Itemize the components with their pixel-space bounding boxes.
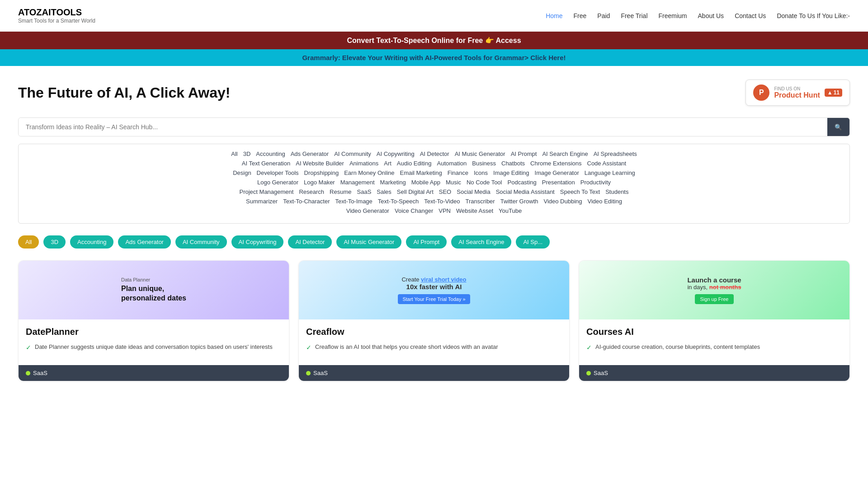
- category-tag[interactable]: Video Editing: [588, 198, 622, 205]
- category-tag[interactable]: Video Generator: [346, 207, 389, 214]
- nav-contact[interactable]: Contact Us: [735, 12, 766, 19]
- category-tag[interactable]: Art: [384, 160, 392, 167]
- search-input[interactable]: [19, 118, 827, 136]
- category-tag[interactable]: Automation: [437, 160, 467, 167]
- category-tag[interactable]: Image Editing: [493, 169, 529, 176]
- banner-tts[interactable]: Convert Text-To-Speech Online for Free 👉…: [0, 32, 868, 49]
- category-tag[interactable]: AI Prompt: [511, 150, 537, 157]
- nav-paid[interactable]: Paid: [597, 12, 610, 19]
- category-tag[interactable]: Summarizer: [246, 198, 278, 205]
- category-tag[interactable]: Logo Generator: [257, 179, 298, 186]
- category-tag[interactable]: Text-To-Image: [335, 198, 372, 205]
- filter-pill[interactable]: 3D: [43, 235, 66, 249]
- category-tag[interactable]: Social Media: [457, 188, 490, 195]
- category-tag[interactable]: Audio Editing: [397, 160, 432, 167]
- category-tag[interactable]: Email Marketing: [400, 169, 442, 176]
- category-tag[interactable]: Podcasting: [508, 179, 537, 186]
- filter-pill[interactable]: Accounting: [70, 235, 113, 249]
- category-tag[interactable]: Presentation: [542, 179, 575, 186]
- search-button[interactable]: 🔍: [827, 118, 849, 136]
- card-title[interactable]: Creaflow: [306, 327, 562, 337]
- category-tag[interactable]: Business: [472, 160, 496, 167]
- category-tag[interactable]: Finance: [448, 169, 468, 176]
- category-tag[interactable]: Video Dubbing: [543, 198, 582, 205]
- category-tag[interactable]: Resume: [330, 188, 351, 195]
- category-tag[interactable]: 3D: [243, 150, 251, 157]
- logo-title[interactable]: ATOZAITOOLS: [18, 7, 95, 18]
- category-tag[interactable]: Text-To-Character: [283, 198, 330, 205]
- category-tag[interactable]: Chatbots: [501, 160, 525, 167]
- category-tag[interactable]: Code Assistant: [587, 160, 627, 167]
- category-tag[interactable]: Research: [299, 188, 324, 195]
- filter-pill[interactable]: AI Community: [175, 235, 227, 249]
- category-tag[interactable]: Chrome Extensions: [530, 160, 581, 167]
- product-hunt-badge[interactable]: P FIND US ON Product Hunt ▲ 11: [745, 80, 850, 106]
- nav-home[interactable]: Home: [546, 12, 562, 19]
- category-tag[interactable]: Website Asset: [456, 207, 493, 214]
- category-tag[interactable]: No Code Tool: [467, 179, 502, 186]
- card-tag[interactable]: SaaS: [579, 365, 849, 381]
- category-tag[interactable]: YouTube: [499, 207, 522, 214]
- category-tag[interactable]: Music: [446, 179, 461, 186]
- category-tag[interactable]: Productivity: [580, 179, 611, 186]
- nav-free[interactable]: Free: [574, 12, 587, 19]
- nav-about[interactable]: About Us: [698, 12, 724, 19]
- banner-grammarly[interactable]: Grammarly: Elevate Your Writing with AI-…: [0, 49, 868, 66]
- category-tag[interactable]: Social Media Assistant: [496, 188, 555, 195]
- filter-pill[interactable]: AI Search Engine: [451, 235, 511, 249]
- category-tag[interactable]: Marketing: [380, 179, 406, 186]
- filter-pill[interactable]: AI Sp...: [516, 235, 550, 249]
- category-tag[interactable]: Developer Tools: [257, 169, 299, 176]
- nav-donate[interactable]: Donate To Us If You Like:-: [777, 12, 850, 19]
- category-tag[interactable]: Sell Digital Art: [397, 188, 434, 195]
- nav-free-trial[interactable]: Free Trial: [621, 12, 647, 19]
- category-tag[interactable]: Management: [340, 179, 375, 186]
- category-tag[interactable]: Text-To-Video: [424, 198, 460, 205]
- filter-pill[interactable]: AI Prompt: [406, 235, 447, 249]
- category-tag[interactable]: AI Website Builder: [296, 160, 344, 167]
- category-tag[interactable]: SEO: [439, 188, 451, 195]
- category-tag[interactable]: Logo Maker: [304, 179, 335, 186]
- filter-pill[interactable]: All: [18, 235, 39, 249]
- category-tag[interactable]: AI Text Generation: [242, 160, 290, 167]
- category-tag[interactable]: AI Detector: [420, 150, 449, 157]
- category-tag[interactable]: Speech To Text: [560, 188, 600, 195]
- category-tag[interactable]: Voice Changer: [395, 207, 433, 214]
- cards-area: Data PlannerPlan unique,personalized dat…: [0, 253, 868, 389]
- category-tag[interactable]: Students: [605, 188, 628, 195]
- category-tag[interactable]: Design: [233, 169, 251, 176]
- card-title[interactable]: DatePlanner: [26, 327, 282, 337]
- category-tag[interactable]: Twitter Growth: [500, 198, 538, 205]
- product-hunt-icon: P: [753, 84, 769, 101]
- category-tag[interactable]: AI Music Generator: [455, 150, 505, 157]
- category-tag[interactable]: Dropshipping: [304, 169, 339, 176]
- category-tag[interactable]: Animations: [349, 160, 378, 167]
- category-tag[interactable]: Project Management: [239, 188, 293, 195]
- category-tag[interactable]: Text-To-Speech: [378, 198, 419, 205]
- filter-pill[interactable]: AI Copywriting: [231, 235, 284, 249]
- category-tag[interactable]: SaaS: [357, 188, 372, 195]
- tool-card: Launch a coursein days, not monthsSign u…: [579, 260, 850, 381]
- category-tag[interactable]: AI Community: [334, 150, 371, 157]
- category-tag[interactable]: VPN: [439, 207, 451, 214]
- filter-pill[interactable]: Ads Generator: [118, 235, 171, 249]
- card-tag[interactable]: SaaS: [299, 365, 569, 381]
- category-tag[interactable]: Image Generator: [535, 169, 579, 176]
- category-tag[interactable]: AI Copywriting: [377, 150, 415, 157]
- nav-freemium[interactable]: Freemium: [659, 12, 687, 19]
- category-tag[interactable]: Icons: [474, 169, 488, 176]
- category-tag[interactable]: Sales: [377, 188, 392, 195]
- card-title[interactable]: Courses AI: [586, 327, 842, 337]
- category-tag[interactable]: AI Spreadsheets: [594, 150, 637, 157]
- category-tag[interactable]: Ads Generator: [291, 150, 329, 157]
- filter-pill[interactable]: AI Detector: [288, 235, 332, 249]
- category-tag[interactable]: Mobile App: [411, 179, 440, 186]
- category-tag[interactable]: Language Learning: [585, 169, 635, 176]
- category-tag[interactable]: Earn Money Online: [344, 169, 394, 176]
- filter-pill[interactable]: AI Music Generator: [336, 235, 401, 249]
- category-tag[interactable]: Transcriber: [465, 198, 495, 205]
- card-tag[interactable]: SaaS: [19, 365, 289, 381]
- category-tag[interactable]: Accounting: [256, 150, 285, 157]
- category-tag[interactable]: All: [231, 150, 237, 157]
- category-tag[interactable]: AI Search Engine: [542, 150, 588, 157]
